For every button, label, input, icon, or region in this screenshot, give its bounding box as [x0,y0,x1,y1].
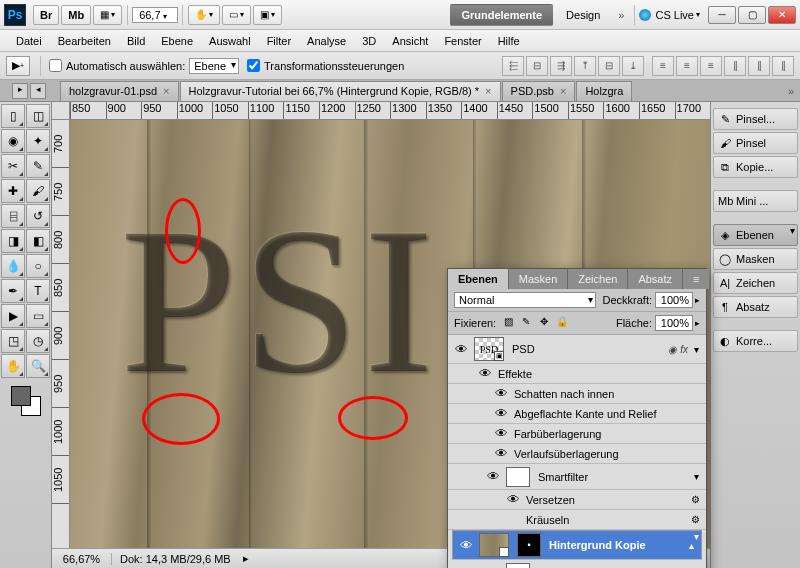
layer-thumbnail[interactable]: PSD▣ [474,337,504,361]
menu-hilfe[interactable]: Hilfe [490,30,528,51]
menu-filter[interactable]: Filter [259,30,299,51]
menu-bearbeiten[interactable]: Bearbeiten [50,30,119,51]
align-top-icon[interactable]: ⤒ [574,56,596,76]
expand-panels-button[interactable]: ◂ [30,83,46,99]
lock-transparency-icon[interactable]: ▨ [500,316,516,330]
distribute-right-icon[interactable]: ‖ [772,56,794,76]
horizontal-ruler[interactable]: 8509009501000105011001150120012501300135… [70,102,710,120]
rail-brush-presets[interactable]: ✎Pinsel... [713,108,798,130]
brush-tool[interactable]: 🖌 [26,179,50,203]
menu-bild[interactable]: Bild [119,30,153,51]
minibridge-button[interactable]: Mb [61,5,91,25]
layer-background-copy[interactable]: 👁 ▣ • Hintergrund Kopie ▴ [452,530,702,560]
type-tool[interactable]: T [26,279,50,303]
eraser-tool[interactable]: ◨ [1,229,25,253]
transform-controls-checkbox[interactable] [247,59,260,72]
align-right-icon[interactable]: ⇶ [550,56,572,76]
filter-ripple[interactable]: Kräuseln ⚙ [448,510,706,530]
lock-all-icon[interactable]: 🔒 [554,316,570,330]
bridge-button[interactable]: Br [33,5,59,25]
vertical-ruler[interactable]: 70075080085090095010001050 [52,120,70,548]
filter-displace[interactable]: 👁 Versetzen ⚙ [448,490,706,510]
align-left-icon[interactable]: ⬱ [502,56,524,76]
view-extras-button[interactable]: ▦▾ [93,5,122,25]
distribute-top-icon[interactable]: ≡ [652,56,674,76]
crop-tool[interactable]: ✂ [1,154,25,178]
distribute-v-icon[interactable]: ≡ [676,56,698,76]
eyedropper-tool[interactable]: ✎ [26,154,50,178]
hand-button[interactable]: ✋▾ [188,5,220,25]
panel-tab-masks[interactable]: Masken [509,269,569,289]
align-bottom-icon[interactable]: ⤓ [622,56,644,76]
fill-arrow-icon[interactable]: ▸ [695,318,700,328]
maximize-button[interactable]: ▢ [738,6,766,24]
lasso-tool[interactable]: ◉ [1,129,25,153]
fx-badge[interactable]: ◉ fx [668,344,688,355]
panel-tab-character[interactable]: Zeichen [568,269,628,289]
current-tool-icon[interactable]: ▶+ [6,56,30,76]
visibility-icon[interactable]: 👁 [452,342,470,357]
filter-options-icon[interactable]: ⚙ [691,494,700,505]
ruler-origin[interactable] [52,102,70,120]
layer-psd[interactable]: 👁 PSD▣ PSD ◉ fx ▾ [448,335,706,364]
visibility-icon[interactable]: 👁 [457,538,475,553]
rail-clone-source[interactable]: ⧉Kopie... [713,156,798,178]
rail-brush[interactable]: 🖌Pinsel [713,132,798,154]
menu-ebene[interactable]: Ebene [153,30,201,51]
minimize-button[interactable]: ─ [708,6,736,24]
auto-select-target[interactable]: Ebene [189,58,239,74]
visibility-icon[interactable]: 👁 [476,366,494,381]
rail-paragraph[interactable]: ¶Absatz [713,296,798,318]
menu-3d[interactable]: 3D [354,30,384,51]
smartfilter-group-2[interactable]: 👁 Smartfilter ▾ [448,560,706,568]
shape-tool[interactable]: ▭ [26,304,50,328]
path-select-tool[interactable]: ▶ [1,304,25,328]
visibility-icon[interactable]: 👁 [492,426,510,441]
gradient-tool[interactable]: ◧ [26,229,50,253]
distribute-h-icon[interactable]: ‖ [748,56,770,76]
arrange-button[interactable]: ▭▾ [222,5,251,25]
color-swatches[interactable] [11,386,41,416]
rail-adjustments[interactable]: ◐Korre... [713,330,798,352]
rail-minibridge[interactable]: MbMini ... [713,190,798,212]
dodge-tool[interactable]: ○ [26,254,50,278]
effect-inner-shadow[interactable]: 👁 Schatten nach innen [448,384,706,404]
visibility-icon[interactable]: 👁 [504,492,522,507]
smartfilter-mask[interactable] [506,467,530,487]
rail-masks[interactable]: ◯Masken [713,248,798,270]
3d-cam-tool[interactable]: ◷ [26,329,50,353]
pen-tool[interactable]: ✒ [1,279,25,303]
foreground-color[interactable] [11,386,31,406]
panel-tab-layers[interactable]: Ebenen [448,269,509,289]
effects-group[interactable]: 👁 Effekte [448,364,706,384]
healing-tool[interactable]: ✚ [1,179,25,203]
zoom-field[interactable]: 66,7▾ [132,7,177,23]
collapse-icon[interactable]: ▴ [685,540,697,551]
opacity-value[interactable]: 100% [655,292,693,308]
smartfilter-group-1[interactable]: 👁 Smartfilter ▾ [448,464,706,490]
align-center-h-icon[interactable]: ⊟ [526,56,548,76]
collapse-icon[interactable]: ▾ [690,344,702,355]
opacity-arrow-icon[interactable]: ▸ [695,295,700,305]
doc-tab-3[interactable]: PSD.psb [502,81,576,101]
layer-thumbnail[interactable]: ▣ [479,533,509,557]
filter-mask-thumbnail[interactable]: • [517,533,541,557]
close-button[interactable]: ✕ [768,6,796,24]
workspace-design[interactable]: Design [555,4,611,26]
stamp-tool[interactable]: ⌸ [1,204,25,228]
doc-tab-4[interactable]: Holzgra [576,81,632,101]
blend-mode-select[interactable]: Normal [454,292,596,308]
rail-layers[interactable]: ◈Ebenen [713,224,798,246]
workspace-more[interactable]: » [612,9,630,21]
menu-auswahl[interactable]: Auswahl [201,30,259,51]
rail-character[interactable]: A|Zeichen [713,272,798,294]
lock-image-icon[interactable]: ✎ [518,316,534,330]
align-middle-v-icon[interactable]: ⊟ [598,56,620,76]
effect-color-overlay[interactable]: 👁 Farbüberlagerung [448,424,706,444]
wand-tool[interactable]: ✦ [26,129,50,153]
smartfilter-mask[interactable] [506,563,530,569]
panel-tab-paragraph[interactable]: Absatz [628,269,683,289]
status-docinfo[interactable]: Dok: 14,3 MB/29,6 MB [112,553,239,565]
history-brush-tool[interactable]: ↺ [26,204,50,228]
status-arrow-icon[interactable]: ▸ [243,552,249,565]
